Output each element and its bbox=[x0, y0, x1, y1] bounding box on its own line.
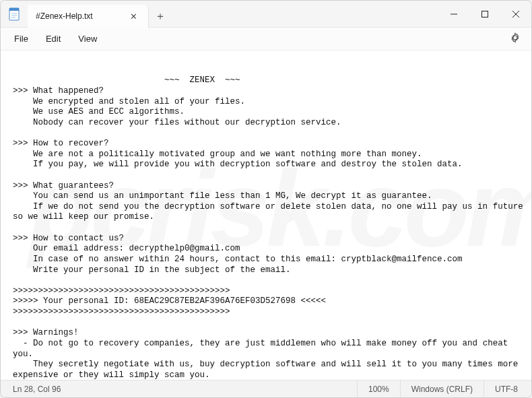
svg-rect-6 bbox=[482, 11, 488, 17]
window-controls bbox=[438, 1, 531, 27]
settings-button[interactable] bbox=[504, 30, 526, 48]
notepad-icon bbox=[1, 1, 28, 27]
maximize-button[interactable] bbox=[469, 1, 500, 27]
minimize-button[interactable] bbox=[438, 1, 469, 27]
tab-title: #Zenex-Help.txt bbox=[36, 11, 93, 21]
new-tab-button[interactable]: ＋ bbox=[149, 5, 172, 28]
titlebar: #Zenex-Help.txt ✕ ＋ bbox=[1, 1, 531, 28]
menubar: File Edit View bbox=[1, 28, 531, 51]
svg-rect-1 bbox=[9, 8, 19, 11]
status-zoom[interactable]: 100% bbox=[357, 380, 400, 397]
file-tab[interactable]: #Zenex-Help.txt ✕ bbox=[28, 5, 149, 28]
notepad-window: #Zenex-Help.txt ✕ ＋ File Edit View pcris… bbox=[0, 0, 532, 398]
status-encoding[interactable]: UTF-8 bbox=[484, 380, 529, 397]
status-position: Ln 28, Col 96 bbox=[3, 380, 71, 397]
menu-view[interactable]: View bbox=[70, 31, 105, 46]
menu-edit[interactable]: Edit bbox=[38, 31, 69, 46]
close-window-button[interactable] bbox=[500, 1, 531, 27]
text-editor-area[interactable]: pcrisk.com ~~~ ZENEX ~~~ >>> What happen… bbox=[1, 51, 531, 380]
gear-icon bbox=[510, 32, 521, 43]
statusbar: Ln 28, Col 96 100% Windows (CRLF) UTF-8 bbox=[1, 380, 531, 397]
menu-file[interactable]: File bbox=[6, 31, 36, 46]
document-text: ~~~ ZENEX ~~~ >>> What happened? We encr… bbox=[13, 75, 528, 380]
close-tab-button[interactable]: ✕ bbox=[126, 10, 141, 23]
status-eol[interactable]: Windows (CRLF) bbox=[400, 380, 484, 397]
